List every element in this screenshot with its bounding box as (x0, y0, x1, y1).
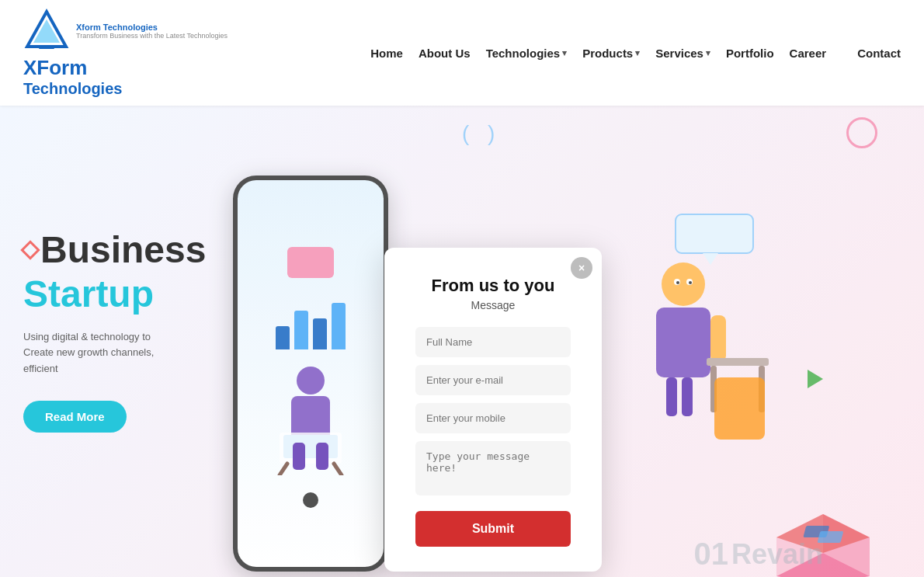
brand-technologies: Technologies (23, 80, 122, 97)
svg-rect-2 (39, 45, 54, 49)
modal-close-button[interactable]: × (571, 257, 592, 279)
email-input[interactable] (415, 365, 571, 395)
main-nav: Home About Us Technologies ▾ Products ▾ … (370, 46, 901, 60)
submit-button[interactable]: Submit (415, 511, 571, 547)
nav-technologies[interactable]: Technologies ▾ (486, 47, 568, 60)
mobile-input[interactable] (415, 403, 571, 433)
message-textarea[interactable] (415, 441, 571, 495)
logo-text: Xform Technologies Transform Business wi… (76, 23, 228, 40)
nav-services[interactable]: Services ▾ (655, 47, 710, 60)
header: Xform Technologies Transform Business wi… (0, 0, 924, 106)
nav-about[interactable]: About Us (419, 47, 471, 60)
logo-icon (23, 8, 70, 54)
nav-home[interactable]: Home (370, 47, 403, 60)
products-dropdown-arrow: ▾ (635, 48, 640, 58)
nav-contact[interactable]: Contact (857, 47, 901, 60)
logo-tagline: Transform Business with the Latest Techn… (76, 32, 228, 40)
modal-subtitle: Message (415, 299, 571, 311)
contact-modal: × From us to you Message Submit (384, 248, 602, 572)
full-name-input[interactable] (415, 327, 571, 357)
brand-xform: XForm (23, 56, 87, 79)
services-dropdown-arrow: ▾ (706, 48, 710, 58)
modal-overlay: × From us to you Message Submit (0, 106, 924, 577)
modal-title: From us to you (415, 276, 571, 296)
logo-area: Xform Technologies Transform Business wi… (23, 8, 228, 98)
nav-products[interactable]: Products ▾ (582, 47, 640, 60)
technologies-dropdown-arrow: ▾ (562, 48, 567, 58)
logo-name: Xform Technologies (76, 23, 228, 32)
nav-career[interactable]: Career (790, 47, 827, 60)
hero-section: ( ) Business Startup Using digital & tec… (0, 106, 924, 577)
nav-portfolio[interactable]: Portfolio (726, 47, 774, 60)
